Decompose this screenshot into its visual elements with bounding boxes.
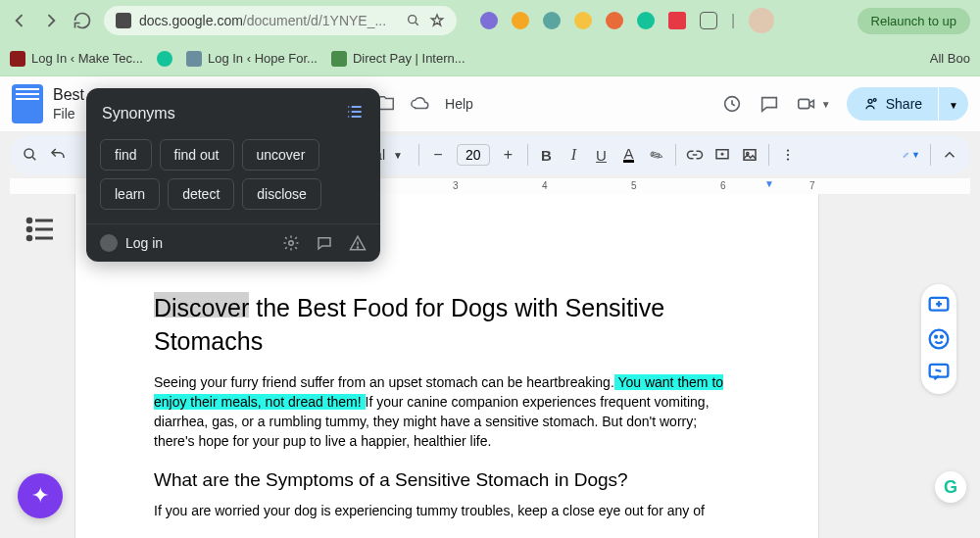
synonyms-popup: Synonyms find find out uncover learn det… bbox=[86, 88, 380, 262]
cloud-icon[interactable] bbox=[410, 93, 431, 115]
warning-icon[interactable] bbox=[349, 234, 367, 252]
bold-button[interactable]: B bbox=[538, 146, 556, 164]
search-icon[interactable] bbox=[22, 146, 39, 164]
font-size-input[interactable]: 20 bbox=[457, 144, 490, 166]
suggest-icon[interactable] bbox=[925, 359, 953, 386]
insert-image-icon[interactable] bbox=[741, 146, 759, 164]
comments-icon[interactable] bbox=[759, 93, 780, 115]
reload-button[interactable] bbox=[73, 11, 92, 30]
ext-icon-3[interactable] bbox=[543, 12, 561, 29]
svg-point-0 bbox=[409, 16, 416, 24]
bookmarks-bar: Log In ‹ Make Tec... Log In ‹ Hope For..… bbox=[0, 41, 980, 76]
heading-2[interactable]: What are the Symptoms of a Sensitive Sto… bbox=[154, 469, 730, 491]
ext-icon-5[interactable] bbox=[606, 12, 623, 29]
editing-mode-icon[interactable]: ▼ bbox=[903, 146, 920, 164]
svg-point-13 bbox=[27, 227, 31, 231]
login-button[interactable]: Log in bbox=[100, 234, 163, 252]
svg-rect-2 bbox=[799, 99, 809, 108]
extensions-icon[interactable] bbox=[700, 12, 717, 29]
menu-bar: File bbox=[53, 106, 84, 122]
svg-point-21 bbox=[357, 247, 358, 248]
document-title[interactable]: Best bbox=[53, 86, 84, 104]
decrease-font-icon[interactable]: − bbox=[429, 146, 447, 164]
ext-icon-6[interactable] bbox=[637, 12, 655, 29]
ext-icon-1[interactable] bbox=[480, 12, 498, 29]
docs-logo-icon[interactable] bbox=[12, 84, 43, 123]
svg-point-17 bbox=[935, 336, 937, 338]
synonyms-title: Synonyms bbox=[102, 105, 175, 122]
bookmark-item[interactable]: Log In ‹ Make Tec... bbox=[10, 51, 143, 67]
relaunch-button[interactable]: Relaunch to up bbox=[858, 8, 970, 34]
svg-point-3 bbox=[868, 99, 872, 103]
emoji-icon[interactable] bbox=[925, 325, 953, 353]
outline-toggle-icon[interactable] bbox=[24, 212, 59, 247]
url-text: docs.google.com/document/d/1YNYE_... bbox=[139, 13, 398, 28]
synonym-chip[interactable]: detect bbox=[168, 178, 234, 210]
svg-point-10 bbox=[786, 154, 788, 156]
undo-icon[interactable] bbox=[49, 146, 67, 164]
svg-point-20 bbox=[289, 241, 294, 246]
svg-point-16 bbox=[930, 330, 949, 349]
grammarly-icon[interactable]: G bbox=[935, 471, 966, 503]
synonym-chip[interactable]: uncover bbox=[242, 139, 320, 171]
zoom-icon[interactable] bbox=[406, 13, 421, 28]
highlight-button[interactable]: ✎ bbox=[648, 146, 665, 164]
ext-icon-7[interactable] bbox=[668, 12, 686, 29]
user-icon bbox=[100, 234, 118, 252]
ext-icon-4[interactable] bbox=[574, 12, 592, 29]
browser-toolbar: docs.google.com/document/d/1YNYE_... | R… bbox=[0, 0, 980, 41]
share-dropdown[interactable]: ▼ bbox=[939, 87, 968, 121]
underline-button[interactable]: U bbox=[593, 146, 611, 164]
add-comment-icon[interactable] bbox=[713, 146, 731, 164]
paragraph[interactable]: Seeing your furry friend suffer from an … bbox=[154, 372, 730, 452]
insert-link-icon[interactable] bbox=[686, 146, 704, 164]
svg-point-9 bbox=[786, 149, 788, 151]
text-color-button[interactable]: A bbox=[620, 146, 638, 164]
settings-icon[interactable] bbox=[282, 234, 300, 252]
bookmark-item[interactable]: Log In ‹ Hope For... bbox=[186, 51, 318, 67]
address-bar[interactable]: docs.google.com/document/d/1YNYE_... bbox=[104, 6, 457, 35]
synonym-chip[interactable]: find out bbox=[160, 139, 234, 171]
synonym-chips: find find out uncover learn detect discl… bbox=[86, 135, 380, 223]
svg-point-4 bbox=[873, 99, 876, 102]
italic-button[interactable]: I bbox=[565, 146, 583, 164]
svg-point-5 bbox=[24, 149, 33, 158]
ext-icon-2[interactable] bbox=[512, 12, 529, 29]
svg-point-12 bbox=[27, 219, 31, 222]
paragraph[interactable]: If you are worried your dog is experienc… bbox=[154, 501, 730, 520]
back-button[interactable] bbox=[10, 11, 29, 30]
bookmark-star-icon[interactable] bbox=[429, 13, 445, 28]
site-settings-icon[interactable] bbox=[116, 13, 131, 28]
bookmark-item[interactable] bbox=[157, 51, 172, 67]
svg-point-14 bbox=[27, 236, 31, 240]
extension-icons: | bbox=[480, 8, 774, 33]
profile-avatar[interactable] bbox=[749, 8, 774, 33]
synonym-chip[interactable]: find bbox=[100, 139, 152, 171]
assistant-fab[interactable]: ✦ bbox=[18, 473, 63, 518]
bookmark-overflow[interactable]: All Boo bbox=[930, 51, 970, 66]
add-comment-side-icon[interactable] bbox=[925, 292, 953, 319]
menu-file[interactable]: File bbox=[53, 106, 75, 122]
meet-button[interactable]: ▼ bbox=[796, 93, 831, 115]
forward-button[interactable] bbox=[41, 11, 61, 30]
svg-point-18 bbox=[941, 336, 943, 338]
svg-point-11 bbox=[786, 158, 788, 160]
synonym-chip[interactable]: disclose bbox=[242, 178, 321, 210]
synonym-chip[interactable]: learn bbox=[100, 178, 160, 210]
heading-1[interactable]: Discover the Best Food for Dogs with Sen… bbox=[154, 292, 730, 359]
side-comment-buttons bbox=[921, 284, 956, 394]
bookmark-item[interactable]: Direct Pay | Intern... bbox=[331, 51, 466, 67]
share-button[interactable]: Share bbox=[847, 87, 938, 121]
svg-rect-7 bbox=[744, 150, 756, 161]
increase-font-icon[interactable]: + bbox=[500, 146, 517, 164]
collapse-icon[interactable] bbox=[941, 146, 958, 164]
list-view-icon[interactable] bbox=[345, 102, 365, 125]
history-icon[interactable] bbox=[721, 93, 743, 115]
menu-help[interactable]: Help bbox=[445, 96, 473, 112]
feedback-icon[interactable] bbox=[316, 234, 333, 252]
more-icon[interactable] bbox=[779, 146, 797, 164]
